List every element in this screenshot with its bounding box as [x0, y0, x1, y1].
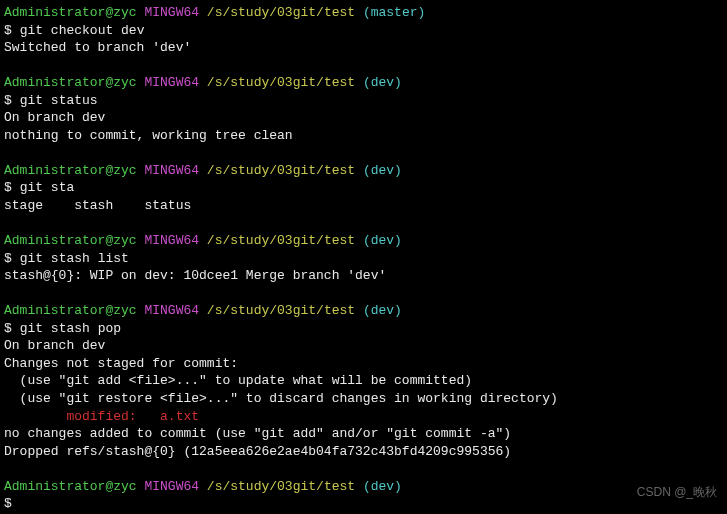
output-line: On branch dev	[4, 109, 723, 127]
output-line: Changes not staged for commit:	[4, 355, 723, 373]
prompt-user: Administrator@zyc	[4, 5, 137, 20]
prompt-line: Administrator@zyc MINGW64 /s/study/03git…	[4, 74, 723, 92]
command: git stash pop	[20, 321, 121, 336]
command: git checkout dev	[20, 23, 145, 38]
cursor-line[interactable]: $	[4, 495, 723, 513]
output-line: Switched to branch 'dev'	[4, 39, 723, 57]
output-line: On branch dev	[4, 337, 723, 355]
output-line: stash@{0}: WIP on dev: 10dcee1 Merge bra…	[4, 267, 723, 285]
prompt-branch: (master)	[363, 5, 425, 20]
modified-file-line: modified: a.txt	[4, 408, 723, 426]
prompt-line: Administrator@zyc MINGW64 /s/study/03git…	[4, 478, 723, 496]
command: git stash list	[20, 251, 129, 266]
output-line: (use "git add <file>..." to update what …	[4, 372, 723, 390]
watermark: CSDN @_晚秋	[637, 484, 717, 500]
command: git status	[20, 93, 98, 108]
output-line: stage stash status	[4, 197, 723, 215]
prompt-line: Administrator@zyc MINGW64 /s/study/03git…	[4, 4, 723, 22]
output-line: no changes added to commit (use "git add…	[4, 425, 723, 443]
command-line: $ git checkout dev	[4, 22, 723, 40]
command-line: $ git stash pop	[4, 320, 723, 338]
prompt-host: MINGW64	[144, 5, 199, 20]
command: git sta	[20, 180, 75, 195]
prompt-path: /s/study/03git/test	[207, 5, 355, 20]
output-line: (use "git restore <file>..." to discard …	[4, 390, 723, 408]
output-line: Dropped refs/stash@{0} (12a5eea626e2ae4b…	[4, 443, 723, 461]
command-line: $ git stash list	[4, 250, 723, 268]
terminal[interactable]: Administrator@zyc MINGW64 /s/study/03git…	[4, 4, 723, 513]
prompt-line: Administrator@zyc MINGW64 /s/study/03git…	[4, 162, 723, 180]
prompt-line: Administrator@zyc MINGW64 /s/study/03git…	[4, 302, 723, 320]
output-line: nothing to commit, working tree clean	[4, 127, 723, 145]
command-line: $ git sta	[4, 179, 723, 197]
prompt-line: Administrator@zyc MINGW64 /s/study/03git…	[4, 232, 723, 250]
command-line: $ git status	[4, 92, 723, 110]
